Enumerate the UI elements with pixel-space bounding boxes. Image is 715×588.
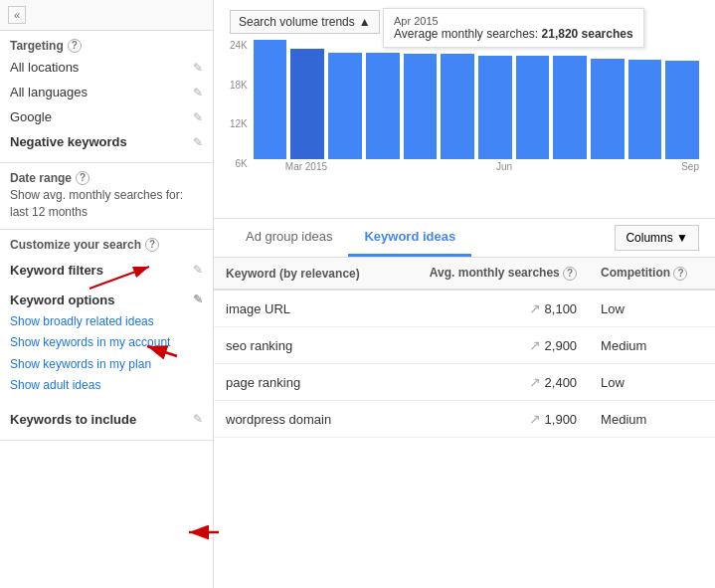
- all-languages-label: All languages: [10, 85, 88, 99]
- chart-area: Search volume trends ▲ Apr 2015 Average …: [214, 0, 715, 219]
- chart-dropdown-arrow-icon: ▲: [359, 15, 371, 29]
- bar-3[interactable]: [366, 53, 400, 159]
- collapse-button[interactable]: «: [8, 6, 26, 24]
- tabs-area: Ad group ideas Keyword ideas Columns ▼: [214, 219, 715, 258]
- negative-keywords-item: Negative keywords ✎: [10, 129, 203, 154]
- competition-cell: Medium: [589, 401, 715, 438]
- searches-help-icon[interactable]: ?: [563, 267, 577, 281]
- keyword-cell: page ranking: [214, 364, 394, 401]
- keyword-cell: wordpress domain: [214, 401, 394, 438]
- table-row: image URL ↗ 8,100 Low: [214, 290, 715, 327]
- date-range-help-icon[interactable]: ?: [76, 171, 89, 185]
- negative-keywords-edit-icon[interactable]: ✎: [193, 135, 203, 149]
- show-keywords-account-link[interactable]: Show keywords in my account: [10, 335, 170, 349]
- bar-10[interactable]: [628, 60, 662, 159]
- trend-icon: ↗: [529, 374, 541, 390]
- competition-cell: Medium: [589, 327, 715, 364]
- keyword-options-list: Show broadly related ideas Show keywords…: [10, 311, 203, 397]
- all-locations-label: All locations: [10, 60, 79, 75]
- show-adult-ideas-link[interactable]: Show adult ideas: [10, 378, 100, 392]
- keyword-filters-label: Keyword filters: [10, 263, 103, 278]
- bar-chart-container: 24K 18K 12K 6K Mar 2015 Jun Sep: [230, 40, 699, 172]
- y-axis-label: 18K: [230, 80, 248, 91]
- date-range-title: Date range ?: [10, 171, 203, 185]
- x-axis-label: Sep: [681, 161, 699, 172]
- tooltip-value: 21,820 searches: [542, 27, 633, 41]
- tooltip-date: Apr 2015: [394, 15, 633, 27]
- bar-6[interactable]: [478, 56, 512, 159]
- all-languages-item: All languages ✎: [10, 80, 203, 104]
- columns-button[interactable]: Columns ▼: [615, 225, 699, 251]
- tab-ad-group-ideas[interactable]: Ad group ideas: [230, 219, 348, 257]
- customize-section: Customize your search ? Keyword filters …: [0, 230, 213, 441]
- bar-4[interactable]: [404, 54, 438, 159]
- bar-9[interactable]: [591, 59, 625, 159]
- searches-cell: ↗ 8,100: [394, 290, 589, 327]
- x-axis-label: Jun: [496, 161, 512, 172]
- google-item: Google ✎: [10, 104, 203, 129]
- tabs: Ad group ideas Keyword ideas: [230, 219, 471, 257]
- table-header-row: Keyword (by relevance) Avg. monthly sear…: [214, 258, 715, 290]
- table-section: Ad group ideas Keyword ideas Columns ▼ K…: [214, 219, 715, 588]
- chart-tooltip: Apr 2015 Average monthly searches: 21,82…: [383, 8, 644, 48]
- google-edit-icon[interactable]: ✎: [193, 110, 203, 124]
- tooltip-label: Average monthly searches: 21,820 searche…: [394, 27, 633, 41]
- searches-column-header: Avg. monthly searches ?: [394, 258, 589, 290]
- x-axis: Mar 2015 Jun Sep: [254, 159, 699, 172]
- targeting-help-icon[interactable]: ?: [68, 39, 82, 53]
- tab-keyword-ideas[interactable]: Keyword ideas: [348, 219, 471, 257]
- bar-11[interactable]: [665, 61, 699, 159]
- show-keywords-plan-link[interactable]: Show keywords in my plan: [10, 357, 151, 371]
- keyword-column-header: Keyword (by relevance): [214, 258, 394, 290]
- sidebar-header: «: [0, 0, 213, 31]
- customize-title: Customize your search ?: [10, 238, 203, 252]
- y-axis-label: 24K: [230, 40, 248, 51]
- bar-5[interactable]: [441, 54, 474, 159]
- table-row: page ranking ↗ 2,400 Low: [214, 364, 715, 401]
- main-content: Search volume trends ▲ Apr 2015 Average …: [214, 0, 715, 588]
- date-range-section: Date range ? Show avg. monthly searches …: [0, 163, 213, 230]
- keyword-cell: seo ranking: [214, 327, 394, 364]
- searches-cell: ↗ 2,400: [394, 364, 589, 401]
- google-label: Google: [10, 109, 52, 124]
- searches-cell: ↗ 1,900: [394, 401, 589, 438]
- competition-help-icon[interactable]: ?: [673, 267, 687, 281]
- keyword-options-block: Keyword options ✎ Show broadly related i…: [10, 293, 203, 397]
- tooltip-label-text: Average monthly searches:: [394, 27, 538, 41]
- trend-icon: ↗: [529, 337, 541, 353]
- searches-cell: ↗ 2,900: [394, 327, 589, 364]
- keyword-options-title: Keyword options ✎: [10, 293, 203, 307]
- keyword-filters-edit-icon[interactable]: ✎: [193, 263, 203, 277]
- trend-icon: ↗: [529, 411, 541, 427]
- trend-icon: ↗: [529, 300, 541, 316]
- x-axis-label: Mar 2015: [285, 161, 327, 172]
- all-locations-edit-icon[interactable]: ✎: [193, 61, 203, 75]
- bar-7[interactable]: [516, 56, 550, 159]
- keywords-to-include-label: Keywords to include: [10, 412, 136, 427]
- chart-header: Search volume trends ▲ Apr 2015 Average …: [230, 10, 699, 34]
- customize-help-icon[interactable]: ?: [145, 238, 159, 252]
- y-axis-label: 12K: [230, 118, 248, 129]
- chart-dropdown[interactable]: Search volume trends ▲: [230, 10, 380, 34]
- chart-dropdown-label: Search volume trends: [239, 15, 355, 29]
- keywords-to-include-item: Keywords to include ✎: [10, 407, 203, 432]
- keyword-options-edit-icon[interactable]: ✎: [193, 293, 203, 307]
- negative-keywords-label: Negative keywords: [10, 134, 127, 149]
- keyword-filters-item: Keyword filters ✎: [10, 258, 203, 283]
- date-range-text: Show avg. monthly searches for: last 12 …: [10, 187, 203, 221]
- all-locations-item: All locations ✎: [10, 55, 203, 80]
- show-broadly-related-link[interactable]: Show broadly related ideas: [10, 314, 154, 328]
- bar-8[interactable]: [553, 56, 587, 159]
- table-area: Keyword (by relevance) Avg. monthly sear…: [214, 258, 715, 588]
- bar-0[interactable]: [254, 40, 287, 159]
- keywords-table: Keyword (by relevance) Avg. monthly sear…: [214, 258, 715, 438]
- targeting-title: Targeting ?: [10, 39, 203, 53]
- y-axis: 24K 18K 12K 6K: [230, 40, 248, 169]
- bar-2[interactable]: [328, 53, 362, 159]
- table-row: wordpress domain ↗ 1,900 Medium: [214, 401, 715, 438]
- bar-1[interactable]: [290, 49, 324, 159]
- table-row: seo ranking ↗ 2,900 Medium: [214, 327, 715, 364]
- competition-cell: Low: [589, 290, 715, 327]
- all-languages-edit-icon[interactable]: ✎: [193, 86, 203, 99]
- keywords-to-include-edit-icon[interactable]: ✎: [193, 412, 203, 426]
